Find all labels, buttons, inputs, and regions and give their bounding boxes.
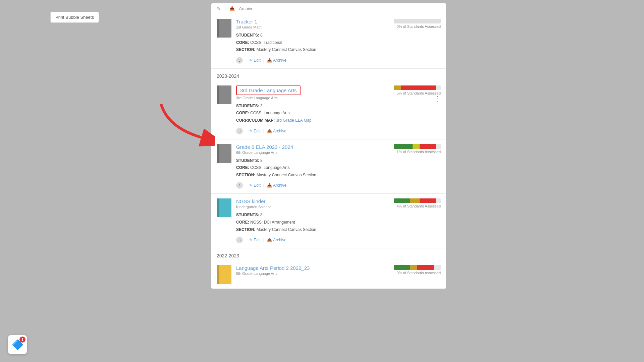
tracker-actions-3: 4 | ✎ Edit | 📥 Archive xyxy=(236,182,441,189)
tracker-meta-2: STUDENTS: 3 CORE: CCSS: Language Arts CU… xyxy=(236,103,441,124)
tracker-thumbnail xyxy=(217,19,231,38)
archive-ngss[interactable]: 📥 Archive xyxy=(267,238,286,242)
progress-label-2: 5% of Standards Assessed xyxy=(394,91,441,95)
section-value-3: Mastery Connect Canvas Section xyxy=(257,173,316,177)
info-circle-button-2[interactable]: 3 xyxy=(236,128,243,134)
edit-grade6[interactable]: ✎ Edit xyxy=(249,183,261,188)
progress-label-langarts: 0% of Standards Assessed xyxy=(394,271,441,275)
progress-seg-red xyxy=(401,85,436,90)
students-value-2: 3 xyxy=(260,104,263,108)
tracker-title-link[interactable]: Tracker 1 xyxy=(236,19,257,24)
seg-empty-1 xyxy=(436,144,441,149)
tracker-item-grade6: Grade 6 ELA 2023 - 2024 6th Grade Langua… xyxy=(211,139,446,194)
core-value-ngss: NGSS: DCI Arrangement xyxy=(250,220,295,225)
info-circle-grade6[interactable]: 4 xyxy=(236,182,243,189)
info-circle-ngss[interactable]: 3 xyxy=(236,237,243,243)
curriculum-map-label: CURRICULUM MAP: xyxy=(236,118,275,123)
action-separator: | xyxy=(246,58,247,63)
seg-empty-la xyxy=(434,265,441,270)
tracker-actions-2: 3 | ✎ Edit | 📥 Archive xyxy=(236,128,441,134)
seg-red-la xyxy=(417,265,434,270)
top-archive-label[interactable]: Archive xyxy=(239,6,253,11)
progress-segment xyxy=(394,19,441,23)
print-bubble-sheets-button[interactable]: Print Bubble Sheets xyxy=(50,12,99,23)
arrow-annotation xyxy=(141,101,215,155)
sep-6: | xyxy=(263,183,264,188)
progress-label-ngss: 4% of Standards Assessed xyxy=(394,204,441,208)
progress-area-ngss: 4% of Standards Assessed xyxy=(394,198,441,208)
sep-8: | xyxy=(263,238,264,242)
tracker-title-grade6[interactable]: Grade 6 ELA 2023 - 2024 xyxy=(236,144,293,150)
tracker-actions: 3 | ✎ Edit | 📥 Archive xyxy=(236,57,441,64)
progress-area-langarts: 0% of Standards Assessed xyxy=(394,265,441,275)
progress-label-3: 1% of Standards Assessed xyxy=(394,150,441,154)
core-value-3: CCSS: Language Arts xyxy=(250,165,289,170)
tracker-thumbnail-2 xyxy=(217,85,231,104)
edit-button[interactable]: ✎ Edit xyxy=(249,58,261,63)
top-actions-bar: ✎ | 📥 Archive xyxy=(211,3,446,14)
progress-bar-2 xyxy=(394,85,441,90)
sep-7: | xyxy=(246,238,247,242)
progress-bar-ngss xyxy=(394,198,441,203)
edit-button-2[interactable]: ✎ Edit xyxy=(249,129,261,133)
tracker-thumbnail-langarts xyxy=(217,265,231,284)
tracker-thumbnail-3 xyxy=(217,144,231,163)
tracker-title-langarts[interactable]: Language Arts Period 2 2022_23 xyxy=(236,265,310,271)
section-label-ngss: SECTION: xyxy=(236,227,255,232)
students-value: 8 xyxy=(260,33,263,38)
tracker-meta: STUDENTS: 8 CORE: CCSS: Traditional SECT… xyxy=(236,32,441,54)
tracker-item-langarts: Language Arts Period 2 2022_23 5th Grade… xyxy=(211,260,446,289)
seg-green-ngss xyxy=(394,198,410,203)
year-header-2022: 2022-2023 xyxy=(211,248,446,260)
top-archive-icon: 📥 xyxy=(229,6,235,11)
progress-area-2: 5% of Standards Assessed ⋮ xyxy=(394,85,441,103)
progress-area: 0% of Standards Assessed xyxy=(394,19,441,28)
seg-green-1 xyxy=(394,144,413,149)
progress-seg-empty xyxy=(436,85,441,90)
tracker-meta-3: STUDENTS: 8 CORE: CCSS: Language Arts SE… xyxy=(236,157,441,179)
curriculum-map-link[interactable]: 3rd Grade ELA Map xyxy=(276,118,312,123)
info-circle-button[interactable]: 3 xyxy=(236,57,243,64)
thumb-spine-langarts xyxy=(217,265,219,284)
core-value: CCSS: Traditional xyxy=(250,40,282,45)
core-label-3: CORE: xyxy=(236,165,249,170)
students-label-2: STUDENTS: xyxy=(236,104,259,108)
tracker-title-link-highlighted[interactable]: 3rd Grade Language Arts xyxy=(236,85,301,95)
notification-badge[interactable]: 1 🔷 xyxy=(8,335,27,354)
tracker-item: Tracker 1 1st Grade Math STUDENTS: 8 COR… xyxy=(211,14,446,69)
students-value-ngss: 8 xyxy=(260,213,263,217)
thumb-spine-2 xyxy=(217,85,219,104)
archive-button-2[interactable]: 📥 Archive xyxy=(267,129,286,133)
badge-count: 1 xyxy=(19,337,25,343)
students-value-3: 8 xyxy=(260,158,263,163)
top-separator: | xyxy=(224,6,225,11)
tracker-item-highlighted: 3rd Grade Language Arts 3rd Grade Langua… xyxy=(211,81,446,139)
thumb-spine xyxy=(217,19,219,38)
progress-bar-langarts xyxy=(394,265,441,270)
top-edit-icon: ✎ xyxy=(217,6,220,11)
tracker-meta-ngss: STUDENTS: 8 CORE: NGSS: DCI Arrangement … xyxy=(236,212,441,233)
core-label-2: CORE: xyxy=(236,111,249,115)
progress-bar-3 xyxy=(394,144,441,149)
sep-5: | xyxy=(246,183,247,188)
main-content: Print Bubble Sheets ✎ | 📥 Archive xyxy=(0,0,644,362)
archive-grade6[interactable]: 📥 Archive xyxy=(267,183,286,188)
trackers-list: ✎ | 📥 Archive Tracker 1 1st Grade Math S… xyxy=(211,3,446,289)
thumb-spine-3 xyxy=(217,144,219,163)
progress-seg-gold xyxy=(394,85,401,90)
edit-ngss[interactable]: ✎ Edit xyxy=(249,238,261,242)
progress-area-3: 1% of Standards Assessed xyxy=(394,144,441,154)
seg-gold-ngss xyxy=(410,198,420,203)
core-label-ngss: CORE: xyxy=(236,220,249,225)
section-label: SECTION: xyxy=(236,47,255,52)
seg-red-1 xyxy=(420,144,436,149)
tracker-item-ngss: NGSS kinder Kindergarten Science STUDENT… xyxy=(211,194,446,248)
tracker-actions-ngss: 3 | ✎ Edit | 📥 Archive xyxy=(236,237,441,243)
archive-button[interactable]: 📥 Archive xyxy=(267,58,286,63)
students-label: STUDENTS: xyxy=(236,33,259,38)
year-header-2023: 2023-2024 xyxy=(211,69,446,81)
progress-label: 0% of Standards Assessed xyxy=(394,24,441,28)
thumb-spine-ngss xyxy=(217,198,219,217)
seg-gold-la xyxy=(410,265,417,270)
tracker-title-ngss[interactable]: NGSS kinder xyxy=(236,198,266,204)
